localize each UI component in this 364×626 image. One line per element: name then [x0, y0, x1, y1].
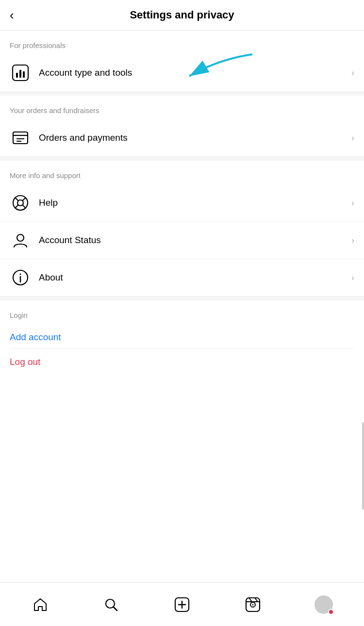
- reels-icon: [244, 596, 262, 613]
- menu-item-account-type[interactable]: Account type and tools ›: [0, 54, 364, 92]
- svg-line-20: [114, 607, 117, 610]
- nav-profile[interactable]: [288, 583, 359, 626]
- svg-line-13: [15, 205, 18, 208]
- about-label: About: [39, 272, 347, 283]
- login-section: Login Add account Log out: [0, 300, 364, 380]
- svg-line-11: [15, 198, 18, 201]
- section-professionals: For professionals Account type and tools…: [0, 31, 364, 92]
- nav-reels[interactable]: [217, 583, 288, 626]
- svg-line-12: [22, 198, 26, 201]
- svg-point-15: [17, 234, 24, 241]
- account-type-label: Account type and tools: [39, 67, 347, 78]
- menu-item-orders-payments[interactable]: Orders and payments ›: [0, 119, 364, 157]
- divider-1: [0, 92, 364, 96]
- svg-line-14: [22, 205, 26, 208]
- scrollbar[interactable]: [362, 422, 364, 510]
- svg-rect-5: [13, 132, 28, 144]
- header: ‹ Settings and privacy: [0, 0, 364, 31]
- svg-rect-3: [23, 71, 25, 78]
- chevron-icon: ›: [351, 133, 354, 143]
- main-content: ‹ Settings and privacy For professionals…: [0, 0, 364, 424]
- chevron-icon: ›: [351, 273, 354, 283]
- account-status-icon: [10, 230, 31, 251]
- section-orders: Your orders and fundraisers Orders and p…: [0, 96, 364, 157]
- chevron-icon: ›: [351, 235, 354, 246]
- section-label-orders: Your orders and fundraisers: [0, 96, 364, 119]
- login-label: Login: [10, 311, 354, 319]
- help-label: Help: [39, 198, 347, 208]
- svg-point-26: [252, 604, 254, 605]
- about-icon: [10, 267, 31, 288]
- create-icon: [173, 596, 191, 613]
- chevron-icon: ›: [351, 198, 354, 208]
- section-label-professionals: For professionals: [0, 31, 364, 54]
- profile-nav-container: [314, 595, 333, 614]
- svg-rect-2: [19, 70, 21, 78]
- help-icon: [10, 192, 31, 214]
- back-button[interactable]: ‹: [10, 8, 14, 23]
- orders-icon: [10, 127, 31, 148]
- home-icon: [32, 596, 49, 613]
- menu-item-about[interactable]: About ›: [0, 259, 364, 297]
- nav-search[interactable]: [76, 583, 147, 626]
- chart-icon: [10, 62, 31, 83]
- account-status-label: Account Status: [39, 235, 347, 246]
- svg-point-10: [17, 200, 23, 206]
- search-icon: [102, 596, 120, 613]
- section-label-support: More info and support: [0, 161, 364, 184]
- profile-notification-dot: [328, 609, 334, 615]
- divider-2: [0, 157, 364, 161]
- svg-rect-1: [16, 73, 18, 78]
- menu-item-help[interactable]: Help ›: [0, 184, 364, 222]
- chevron-icon: ›: [351, 68, 354, 78]
- orders-payments-label: Orders and payments: [39, 132, 347, 143]
- add-account-button[interactable]: Add account: [10, 326, 354, 349]
- divider-3: [0, 297, 364, 300]
- page-title: Settings and privacy: [130, 9, 234, 21]
- menu-item-account-status[interactable]: Account Status ›: [0, 222, 364, 259]
- nav-create[interactable]: [147, 583, 217, 626]
- bottom-nav: [0, 582, 364, 626]
- nav-home[interactable]: [5, 583, 76, 626]
- section-support: More info and support Help ›: [0, 161, 364, 297]
- svg-line-28: [249, 598, 252, 602]
- svg-point-17: [20, 274, 21, 275]
- log-out-button[interactable]: Log out: [10, 349, 354, 375]
